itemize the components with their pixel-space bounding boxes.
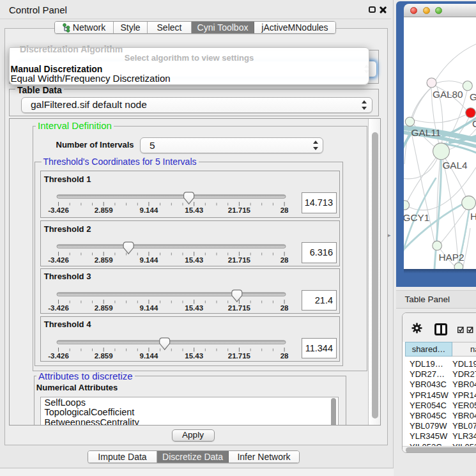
svg-text:9.144: 9.144 [139,352,158,360]
svg-text:21.715: 21.715 [227,256,250,264]
svg-text:2.859: 2.859 [94,256,112,264]
svg-text:9.144: 9.144 [139,206,158,214]
svg-text:2.859: 2.859 [94,206,112,214]
svg-text:GAL11: GAL11 [411,127,441,138]
svg-text:28: 28 [280,256,288,264]
svg-text:-3.426: -3.426 [48,206,69,214]
svg-text:15.43: 15.43 [185,206,203,214]
svg-text:GAL80: GAL80 [433,89,463,100]
svg-text:21.715: 21.715 [227,352,250,360]
svg-text:CR: CR [472,118,476,129]
svg-text:-3.426: -3.426 [48,256,69,264]
svg-text:2.859: 2.859 [94,304,112,312]
svg-text:28: 28 [280,352,288,360]
svg-text:15.43: 15.43 [185,256,203,264]
svg-text:21.715: 21.715 [227,206,250,214]
svg-text:2.859: 2.859 [94,352,112,360]
svg-text:28: 28 [280,206,288,214]
svg-text:-3.426: -3.426 [48,352,69,360]
svg-text:GAL4: GAL4 [442,160,468,171]
svg-text:15.43: 15.43 [185,352,203,360]
svg-text:21.715: 21.715 [227,304,250,312]
svg-text:15.43: 15.43 [185,304,203,312]
svg-text:28: 28 [280,304,288,312]
svg-text:GCY1: GCY1 [404,212,429,223]
svg-text:HAP2: HAP2 [439,252,464,263]
svg-text:-3.426: -3.426 [48,304,69,312]
svg-text:9.144: 9.144 [139,256,158,264]
svg-text:GAL3: GAL3 [470,91,476,102]
svg-text:H: H [470,211,476,222]
svg-text:9.144: 9.144 [139,304,158,312]
